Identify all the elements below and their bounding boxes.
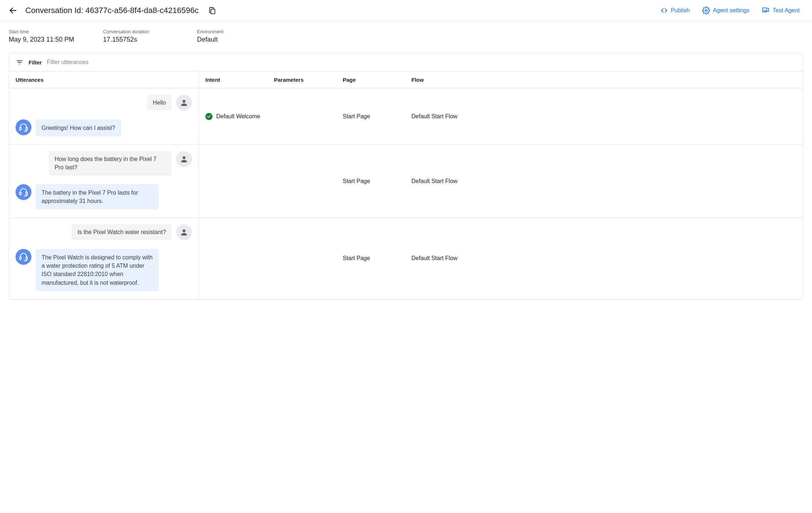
filter-label: Filter <box>29 59 42 65</box>
user-bubble: Hello <box>147 95 172 110</box>
intent-text: Default Welcome <box>216 113 260 120</box>
meta-environment-value: Default <box>197 36 262 43</box>
meta-start-time-label: Start time <box>9 29 74 34</box>
publish-label: Publish <box>671 7 689 14</box>
back-button[interactable] <box>6 3 20 18</box>
code-icon <box>661 7 668 14</box>
meta-duration-label: Conversation duration <box>103 29 168 34</box>
user-bubble: Is the Pixel Watch water resistant? <box>72 224 172 240</box>
col-page: Page <box>336 72 405 88</box>
headset-icon <box>16 249 31 265</box>
table-row[interactable]: HelloGreetings! How can I assist?Default… <box>9 88 803 145</box>
agent-settings-button[interactable]: Agent settings <box>698 4 753 17</box>
page-cell: Start Page <box>336 113 405 120</box>
svg-point-6 <box>183 156 185 159</box>
svg-point-3 <box>183 100 185 103</box>
intent-cell: Default Welcome <box>199 113 268 120</box>
svg-rect-1 <box>211 9 215 14</box>
chat-icon <box>762 7 770 14</box>
conversation-panel: Filter Utterances Intent Parameters Page… <box>9 53 803 300</box>
check-icon <box>205 113 213 120</box>
copy-icon <box>208 7 216 14</box>
agent-line: Greetings! How can I assist? <box>16 119 192 136</box>
col-utterances: Utterances <box>9 72 199 88</box>
utterance-cell: Is the Pixel Watch water resistant?The P… <box>9 218 199 299</box>
test-agent-label: Test Agent <box>773 7 800 14</box>
person-icon <box>176 151 192 167</box>
col-parameters: Parameters <box>268 72 336 88</box>
filter-input[interactable] <box>47 59 796 65</box>
utterance-cell: HelloGreetings! How can I assist? <box>9 88 199 144</box>
user-line: Is the Pixel Watch water resistant? <box>16 224 192 240</box>
col-intent: Intent <box>199 72 268 88</box>
svg-point-2 <box>705 9 707 12</box>
person-icon <box>176 95 192 111</box>
agent-settings-label: Agent settings <box>713 7 749 14</box>
meta-duration: Conversation duration 17.155752s <box>103 29 168 43</box>
meta-cell: Default WelcomeStart PageDefault Start F… <box>199 88 803 144</box>
publish-button[interactable]: Publish <box>657 5 693 16</box>
table-row[interactable]: Is the Pixel Watch water resistant?The P… <box>9 218 803 299</box>
table-header: Utterances Intent Parameters Page Flow <box>9 72 803 88</box>
utterance-cell: How long does the battery in the Pixel 7… <box>9 145 199 217</box>
page-cell: Start Page <box>336 178 405 185</box>
filter-icon <box>16 58 23 66</box>
headset-icon <box>16 184 31 200</box>
test-agent-button[interactable]: Test Agent <box>758 4 803 17</box>
arrow-back-icon <box>9 6 17 15</box>
meta-duration-value: 17.155752s <box>103 36 168 43</box>
meta-cell: Start PageDefault Start Flow <box>199 218 803 299</box>
meta-cell: Start PageDefault Start Flow <box>199 145 803 217</box>
svg-point-9 <box>183 229 185 232</box>
user-line: Hello <box>16 95 192 111</box>
table-body: HelloGreetings! How can I assist?Default… <box>9 88 803 299</box>
top-bar: Conversation Id: 46377c-a56-8f4-da8-c421… <box>0 0 812 21</box>
table-row[interactable]: How long does the battery in the Pixel 7… <box>9 145 803 218</box>
headset-icon <box>16 119 31 135</box>
copy-id-button[interactable] <box>205 3 219 18</box>
filter-bar: Filter <box>9 53 803 72</box>
meta-environment-label: Environment <box>197 29 262 34</box>
agent-line: The battery in the Pixel 7 Pro lasts for… <box>16 184 192 209</box>
person-icon <box>176 224 192 240</box>
agent-bubble: The battery in the Pixel 7 Pro lasts for… <box>36 184 159 209</box>
flow-cell: Default Start Flow <box>405 255 803 262</box>
gear-icon <box>702 7 710 14</box>
flow-cell: Default Start Flow <box>405 113 803 120</box>
col-flow: Flow <box>405 72 803 88</box>
user-bubble: How long does the battery in the Pixel 7… <box>49 151 172 175</box>
meta-start-time-value: May 9, 2023 11:50 PM <box>9 36 74 43</box>
flow-cell: Default Start Flow <box>405 178 803 185</box>
page-cell: Start Page <box>336 255 405 262</box>
agent-bubble: The Pixel Watch is designed to comply wi… <box>36 249 159 291</box>
user-line: How long does the battery in the Pixel 7… <box>16 151 192 175</box>
meta-environment: Environment Default <box>197 29 262 43</box>
page-title: Conversation Id: 46377c-a56-8f4-da8-c421… <box>25 6 198 15</box>
agent-line: The Pixel Watch is designed to comply wi… <box>16 249 192 291</box>
conversation-meta: Start time May 9, 2023 11:50 PM Conversa… <box>0 21 812 53</box>
meta-start-time: Start time May 9, 2023 11:50 PM <box>9 29 74 43</box>
agent-bubble: Greetings! How can I assist? <box>36 119 121 136</box>
